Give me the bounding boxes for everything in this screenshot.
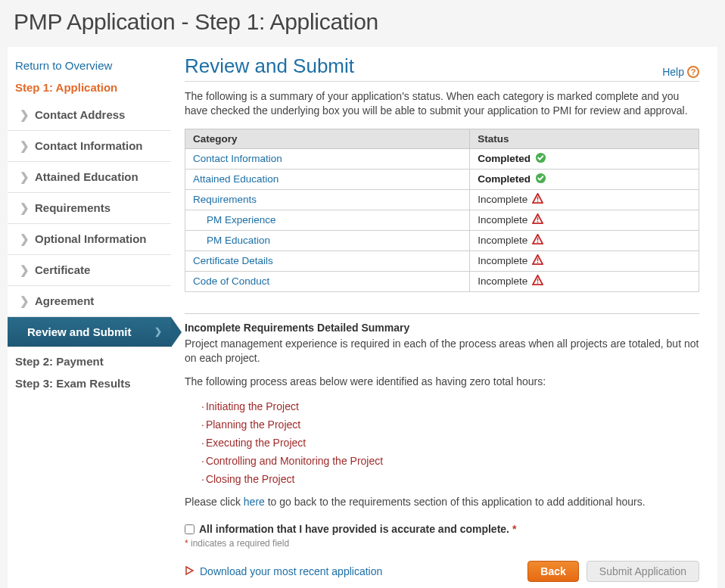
status-text: Incomplete	[478, 194, 527, 205]
intro-text: The following is a summary of your appli…	[185, 89, 699, 118]
col-status: Status	[470, 129, 699, 148]
divider	[185, 313, 699, 314]
summary-para2: The following process areas below were i…	[185, 375, 699, 389]
list-item: Executing the Project	[201, 434, 699, 452]
chevron-right-icon: ❯	[20, 139, 30, 153]
status-text: Incomplete	[478, 235, 527, 246]
chevron-right-icon: ❯	[20, 232, 30, 246]
category-link[interactable]: PM Education	[207, 235, 270, 246]
list-item: Planning the Project	[201, 415, 699, 434]
svg-rect-8	[537, 258, 539, 261]
warning-icon	[532, 275, 543, 288]
sidebar-item-requirements[interactable]: ❯Requirements	[8, 193, 171, 224]
warning-icon	[532, 234, 543, 247]
back-button[interactable]: Back	[527, 561, 578, 582]
category-link[interactable]: Contact Information	[193, 153, 282, 164]
step3-label: Step 3: Exam Results	[8, 372, 171, 394]
summary-para1: Project management experience is require…	[185, 337, 699, 366]
status-text: Incomplete	[478, 255, 527, 266]
status-text: Incomplete	[478, 214, 527, 226]
sidebar-item-optional-information[interactable]: ❯Optional Information	[8, 224, 171, 255]
table-row: Contact InformationCompleted	[185, 148, 699, 169]
table-row: Attained EducationCompleted	[185, 169, 699, 189]
svg-rect-10	[537, 278, 539, 282]
svg-rect-5	[537, 221, 539, 222]
status-text: Completed	[478, 153, 531, 164]
svg-rect-3	[537, 201, 539, 202]
category-link[interactable]: Attained Education	[193, 173, 278, 185]
help-link[interactable]: Help ?	[662, 66, 699, 78]
table-row: PM ExperienceIncomplete	[185, 210, 699, 230]
check-icon	[535, 173, 546, 186]
list-item: Closing the Project	[201, 470, 699, 488]
list-item: Controlling and Monitoring the Project	[201, 452, 699, 470]
summary-heading: Incomplete Requirements Detailed Summary	[185, 322, 699, 334]
download-icon	[185, 565, 195, 578]
download-application-link[interactable]: Download your most recent application	[185, 565, 382, 578]
table-row: PM EducationIncomplete	[185, 230, 699, 250]
sidebar-item-contact-information[interactable]: ❯Contact Information	[8, 131, 171, 162]
main-content: Review and Submit Help ? The following i…	[171, 47, 717, 585]
return-to-overview-link[interactable]: Return to Overview	[8, 54, 171, 76]
list-item: Initiating the Project	[201, 397, 699, 415]
chevron-right-icon: ❯	[154, 326, 162, 337]
help-label: Help	[662, 66, 684, 78]
chevron-right-icon: ❯	[20, 108, 30, 122]
status-text: Completed	[478, 173, 531, 185]
warning-icon	[532, 254, 543, 268]
step1-label: Step 1: Application	[8, 76, 171, 98]
sidebar-item-review-and-submit[interactable]: Review and Submit❯	[8, 317, 171, 347]
sidebar-item-attained-education[interactable]: ❯Attained Education	[8, 162, 171, 193]
warning-icon	[532, 213, 543, 227]
svg-rect-2	[537, 197, 539, 200]
page-title: PMP Application - Step 1: Application	[0, 0, 725, 47]
required-note: * indicates a required field	[185, 538, 699, 549]
status-text: Incomplete	[478, 275, 527, 287]
svg-rect-4	[537, 217, 539, 220]
sidebar: Return to Overview Step 1: Application ❯…	[8, 47, 171, 585]
warning-icon	[532, 193, 543, 207]
svg-rect-9	[537, 262, 539, 263]
category-link[interactable]: Certificate Details	[193, 255, 273, 266]
category-link[interactable]: Code of Conduct	[193, 275, 269, 287]
help-icon: ?	[687, 66, 699, 78]
svg-rect-7	[537, 241, 539, 243]
accuracy-label[interactable]: All information that I have provided is …	[199, 523, 516, 535]
table-row: Certificate DetailsIncomplete	[185, 250, 699, 271]
please-line: Please click here to go back to the requ…	[185, 496, 699, 508]
table-row: Code of ConductIncomplete	[185, 271, 699, 291]
svg-rect-6	[537, 238, 539, 241]
chevron-right-icon: ❯	[20, 201, 30, 215]
sidebar-item-certificate[interactable]: ❯Certificate	[8, 255, 171, 286]
chevron-right-icon: ❯	[20, 294, 30, 308]
chevron-right-icon: ❯	[20, 263, 30, 277]
sidebar-item-contact-address[interactable]: ❯Contact Address	[8, 100, 171, 131]
status-table: Category Status Contact InformationCompl…	[185, 129, 699, 292]
category-link[interactable]: PM Experience	[207, 214, 276, 226]
category-link[interactable]: Requirements	[193, 194, 257, 205]
check-icon	[535, 152, 546, 166]
here-link[interactable]: here	[244, 496, 265, 508]
section-title: Review and Submit	[185, 54, 354, 78]
download-label: Download your most recent application	[200, 565, 382, 577]
col-category: Category	[185, 129, 470, 148]
step2-label: Step 2: Payment	[8, 350, 171, 372]
svg-rect-11	[537, 282, 539, 284]
sidebar-item-agreement[interactable]: ❯Agreement	[8, 286, 171, 317]
submit-application-button: Submit Application	[587, 561, 699, 582]
table-row: RequirementsIncomplete	[185, 189, 699, 210]
accuracy-checkbox[interactable]	[185, 524, 194, 534]
chevron-right-icon: ❯	[20, 170, 30, 184]
